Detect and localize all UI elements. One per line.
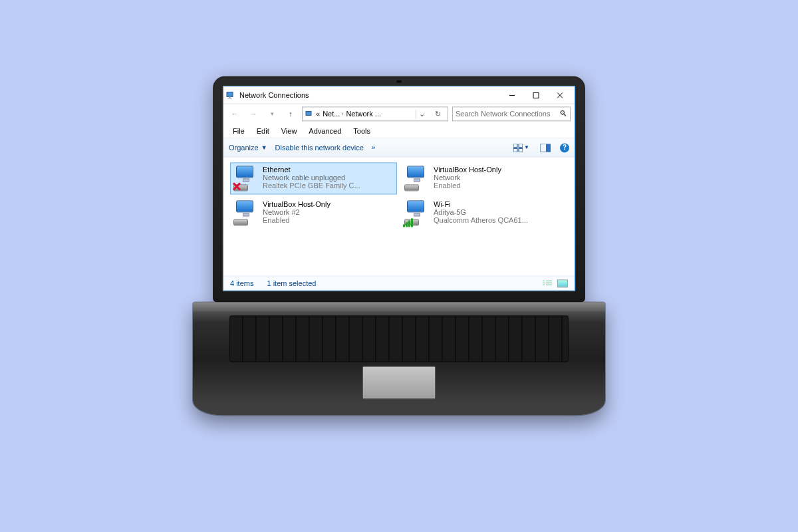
svg-rect-13	[546, 144, 551, 152]
connection-name: VirtualBox Host-Only	[263, 200, 331, 208]
connection-item[interactable]: Wi-FiAditya-5GQualcomm Atheros QCA61...	[401, 197, 568, 229]
address-bar[interactable]: « Net... › Network ... ⌄ ↻	[302, 106, 448, 121]
connection-name: Ethernet	[263, 166, 360, 174]
nav-back-button[interactable]: ←	[227, 106, 242, 121]
svg-rect-11	[519, 148, 523, 152]
laptop-base	[193, 302, 605, 415]
menu-tools[interactable]: Tools	[348, 126, 376, 136]
laptop-trackpad	[362, 366, 436, 399]
help-button[interactable]: ?	[560, 143, 569, 152]
svg-rect-8	[513, 144, 517, 147]
network-connections-window: Network Connections	[223, 86, 575, 291]
breadcrumb-1[interactable]: Network ...	[346, 110, 381, 118]
svg-rect-10	[513, 148, 517, 152]
status-selected-count: 1 item selected	[267, 279, 316, 287]
menubar: File Edit View Advanced Tools	[223, 124, 575, 138]
connection-item[interactable]: VirtualBox Host-OnlyNetwork #2Enabled	[230, 197, 397, 229]
connection-status: Network cable unplugged	[263, 174, 360, 182]
connection-item[interactable]: VirtualBox Host-OnlyNetworkEnabled	[401, 162, 568, 194]
large-icons-view-icon[interactable]	[557, 279, 568, 287]
window-icon	[226, 90, 235, 100]
maximize-button[interactable]	[524, 88, 548, 102]
close-button[interactable]	[548, 88, 572, 102]
laptop-mock: Network Connections	[213, 76, 585, 415]
address-row: ← → ▾ ↑ « Net... › Network ...	[223, 104, 575, 124]
connection-device: Enabled	[263, 216, 331, 224]
laptop-screen: Network Connections	[222, 85, 576, 291]
svg-rect-0	[227, 92, 233, 96]
refresh-button[interactable]: ↻	[430, 110, 445, 118]
recent-dropdown[interactable]: ▾	[265, 106, 279, 121]
disable-device-button[interactable]: Disable this network device	[275, 144, 364, 152]
connection-item[interactable]: EthernetNetwork cable unpluggedRealtek P…	[230, 162, 397, 194]
details-view-icon[interactable]	[543, 279, 552, 287]
connection-name: VirtualBox Host-Only	[434, 166, 501, 174]
menu-file[interactable]: File	[227, 126, 250, 136]
more-commands-button[interactable]: »	[372, 144, 376, 151]
unplugged-badge-icon	[232, 182, 241, 192]
svg-rect-9	[519, 144, 523, 147]
preview-pane-button[interactable]	[539, 142, 552, 153]
search-input[interactable]	[456, 110, 559, 118]
chevron-right-icon: ›	[341, 110, 343, 117]
status-bar: 4 items 1 item selected	[223, 275, 575, 290]
status-item-count: 4 items	[230, 279, 253, 287]
minimize-button[interactable]	[500, 88, 524, 102]
nav-up-button[interactable]: ↑	[283, 106, 298, 121]
svg-rect-2	[227, 98, 232, 98]
connection-status: Network #2	[263, 208, 331, 216]
connection-icon	[233, 166, 259, 191]
laptop-keyboard	[229, 315, 569, 362]
organize-button[interactable]: Organize▼	[229, 144, 267, 152]
window-title: Network Connections	[239, 91, 309, 99]
laptop-lid: Network Connections	[213, 76, 585, 302]
view-layout-button[interactable]: ▼	[512, 142, 531, 153]
command-bar: Organize▼ Disable this network device » …	[223, 138, 575, 157]
connection-device: Enabled	[434, 182, 501, 190]
connection-icon	[404, 200, 430, 225]
wifi-signal-icon	[403, 218, 413, 227]
search-box[interactable]: 🔍︎	[452, 106, 571, 121]
svg-rect-1	[229, 96, 231, 98]
nav-forward-button[interactable]: →	[246, 106, 261, 121]
connection-name: Wi-Fi	[434, 200, 528, 208]
menu-advanced[interactable]: Advanced	[303, 126, 346, 136]
menu-view[interactable]: View	[276, 126, 303, 136]
address-lead: «	[316, 110, 320, 118]
control-panel-icon	[305, 110, 313, 118]
connection-device: Realtek PCIe GBE Family C...	[263, 182, 360, 190]
menu-edit[interactable]: Edit	[251, 126, 275, 136]
webcam	[396, 80, 402, 82]
svg-rect-4	[533, 92, 539, 98]
breadcrumb-0[interactable]: Net...	[323, 110, 340, 118]
svg-rect-7	[306, 111, 311, 115]
connection-device: Qualcomm Atheros QCA61...	[434, 216, 528, 224]
connections-list: EthernetNetwork cable unpluggedRealtek P…	[223, 157, 575, 275]
search-icon: 🔍︎	[559, 109, 567, 118]
titlebar: Network Connections	[223, 86, 575, 104]
connection-status: Aditya-5G	[434, 208, 528, 216]
connection-status: Network	[434, 174, 501, 182]
address-dropdown[interactable]: ⌄	[416, 110, 428, 118]
connection-icon	[233, 200, 259, 225]
connection-icon	[404, 166, 430, 191]
